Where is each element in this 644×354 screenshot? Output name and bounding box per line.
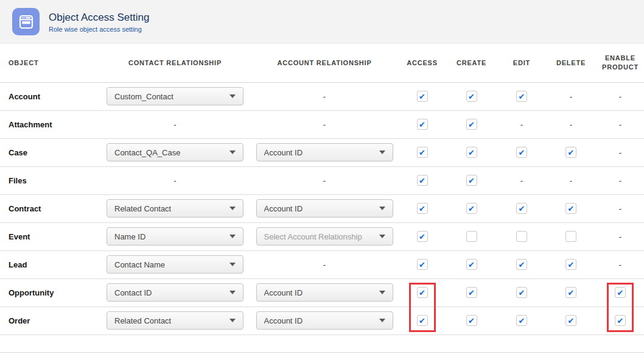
empty-value: -: [498, 110, 545, 138]
delete-checkbox[interactable]: [565, 231, 576, 242]
object-name: Event: [0, 222, 100, 250]
chevron-down-icon: [379, 235, 385, 238]
create-checkbox[interactable]: ✔: [466, 91, 477, 102]
permission-cell: ✔: [445, 82, 498, 110]
empty-value: -: [250, 82, 399, 110]
empty-value: -: [597, 250, 644, 278]
object-name: Lead: [0, 250, 100, 278]
contact-relationship-select[interactable]: Contact_QA_Case: [107, 143, 243, 161]
permission-cell: ✔: [399, 278, 445, 306]
access-checkbox[interactable]: ✔: [417, 231, 428, 242]
chevron-down-icon: [379, 319, 385, 322]
create-checkbox[interactable]: ✔: [466, 175, 477, 186]
create-checkbox[interactable]: ✔: [466, 287, 477, 298]
chevron-down-icon: [229, 94, 236, 98]
chevron-down-icon: [229, 319, 236, 322]
relationship-cell: Account ID: [250, 194, 399, 222]
relationship-cell: Contact Name: [100, 250, 250, 278]
column-header-contact-relationship: CONTACT RELATIONSHIP: [100, 44, 250, 82]
enable-product-checkbox[interactable]: ✔: [615, 287, 626, 298]
permission-cell: ✔: [545, 250, 597, 278]
table-row-event: EventName IDSelect Account Relationship✔…: [0, 222, 644, 250]
access-checkbox[interactable]: ✔: [417, 259, 428, 270]
delete-checkbox[interactable]: ✔: [565, 203, 576, 214]
create-checkbox[interactable]: [466, 231, 477, 242]
permission-cell: ✔: [399, 138, 445, 166]
column-header-edit: EDIT: [498, 44, 545, 82]
contact-relationship-select[interactable]: Contact Name: [107, 255, 243, 274]
account-relationship-select[interactable]: Account ID: [256, 283, 393, 302]
relationship-cell: Related Contact: [100, 194, 250, 222]
browser-window-icon: [12, 8, 40, 35]
object-name: Attachment: [0, 110, 100, 138]
create-checkbox[interactable]: ✔: [466, 119, 477, 130]
access-checkbox[interactable]: ✔: [417, 119, 428, 130]
edit-checkbox[interactable]: ✔: [516, 91, 527, 102]
select-value: Related Contact: [114, 204, 171, 213]
enable-product-checkbox[interactable]: ✔: [615, 315, 626, 326]
page-title: Object Access Setting: [49, 11, 149, 24]
account-relationship-select[interactable]: Account ID: [256, 199, 393, 218]
delete-checkbox[interactable]: ✔: [565, 287, 576, 298]
account-relationship-select[interactable]: Select Account Relationship: [256, 227, 393, 246]
empty-value: -: [545, 166, 597, 194]
select-value: Account ID: [264, 288, 303, 297]
permission-cell: ✔: [545, 278, 597, 306]
table-row-case: CaseContact_QA_CaseAccount ID✔✔✔✔-: [0, 138, 644, 166]
select-value: Account ID: [264, 148, 303, 157]
chevron-down-icon: [229, 207, 236, 210]
edit-checkbox[interactable]: ✔: [516, 287, 527, 298]
account-relationship-select[interactable]: Account ID: [256, 143, 393, 161]
permission-cell: [445, 222, 498, 250]
contact-relationship-select[interactable]: Contact ID: [107, 283, 243, 302]
delete-checkbox[interactable]: ✔: [565, 315, 576, 326]
access-checkbox[interactable]: ✔: [417, 175, 428, 186]
account-relationship-select[interactable]: Account ID: [256, 311, 393, 330]
table-row-account: AccountCustom_Contact-✔✔✔--: [0, 82, 644, 110]
delete-checkbox[interactable]: ✔: [565, 147, 576, 158]
object-access-setting-page: Object Access Setting Role wise object a…: [0, 0, 644, 354]
access-checkbox[interactable]: ✔: [417, 203, 428, 214]
create-checkbox[interactable]: ✔: [466, 259, 477, 270]
empty-value: -: [597, 222, 644, 250]
permission-cell: [545, 222, 597, 250]
page-header: Object Access Setting Role wise object a…: [0, 0, 644, 44]
table-row-files: Files--✔✔---: [0, 166, 644, 194]
create-checkbox[interactable]: ✔: [466, 315, 477, 326]
access-checkbox[interactable]: ✔: [417, 287, 428, 298]
permission-cell: ✔: [445, 278, 498, 306]
select-value: Contact Name: [114, 260, 165, 269]
contact-relationship-select[interactable]: Related Contact: [107, 199, 243, 218]
edit-checkbox[interactable]: ✔: [516, 259, 527, 270]
access-checkbox[interactable]: ✔: [417, 315, 428, 326]
empty-value: -: [250, 110, 399, 138]
contact-relationship-select[interactable]: Related Contact: [107, 311, 243, 330]
edit-checkbox[interactable]: ✔: [516, 147, 527, 158]
empty-value: -: [597, 138, 644, 166]
edit-checkbox[interactable]: ✔: [516, 203, 527, 214]
column-header-delete: DELETE: [545, 44, 597, 82]
create-checkbox[interactable]: ✔: [466, 203, 477, 214]
edit-checkbox[interactable]: ✔: [516, 315, 527, 326]
relationship-cell: Related Contact: [100, 306, 250, 335]
chevron-down-icon: [379, 291, 385, 294]
access-checkbox[interactable]: ✔: [417, 91, 428, 102]
page-subtitle: Role wise object access setting: [49, 26, 149, 33]
create-checkbox[interactable]: ✔: [466, 147, 477, 158]
edit-checkbox[interactable]: [516, 231, 527, 242]
chevron-down-icon: [229, 291, 236, 294]
select-value: Account ID: [264, 204, 303, 213]
permission-cell: [498, 222, 545, 250]
permission-cell: ✔: [498, 250, 545, 278]
delete-checkbox[interactable]: ✔: [565, 259, 576, 270]
table-row-lead: LeadContact Name-✔✔✔✔-: [0, 250, 644, 278]
access-checkbox[interactable]: ✔: [417, 147, 428, 158]
permission-cell: ✔: [498, 278, 545, 306]
object-name: Files: [0, 166, 100, 194]
relationship-cell: Contact_QA_Case: [100, 138, 250, 166]
column-header-access: ACCESS: [399, 44, 445, 82]
table-row-contract: ContractRelated ContactAccount ID✔✔✔✔-: [0, 194, 644, 222]
contact-relationship-select[interactable]: Name ID: [107, 227, 243, 246]
header-row: OBJECTCONTACT RELATIONSHIPACCOUNT RELATI…: [0, 44, 644, 82]
contact-relationship-select[interactable]: Custom_Contact: [107, 87, 243, 105]
